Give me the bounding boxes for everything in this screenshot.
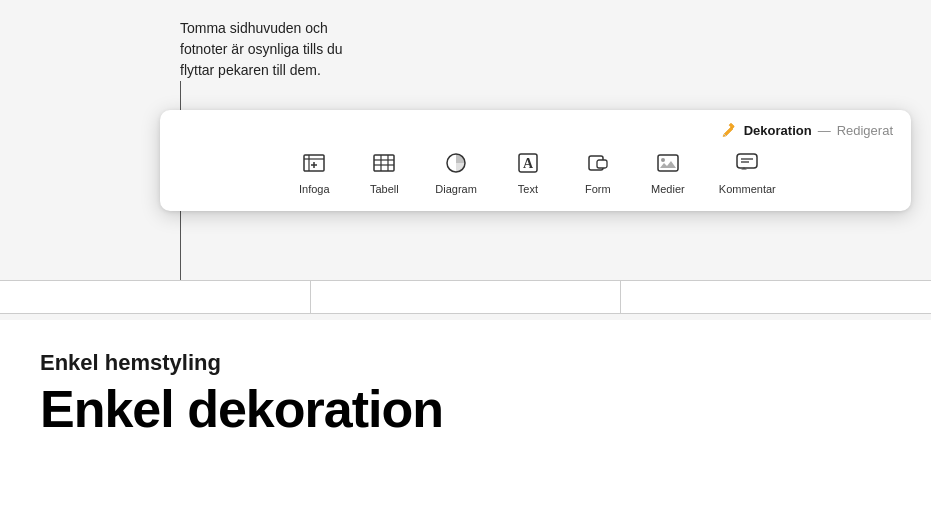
diagram-label: Diagram: [435, 183, 477, 195]
diagram-icon: [443, 150, 469, 180]
infoga-icon: [301, 150, 327, 180]
tabell-label: Tabell: [370, 183, 399, 195]
toolbar-item-infoga[interactable]: Infoga: [279, 144, 349, 201]
toolbar-items: Infoga Tabell: [160, 144, 911, 201]
svg-rect-15: [597, 160, 607, 168]
svg-rect-16: [658, 155, 678, 171]
col-cell-left: [0, 281, 311, 313]
toolbar-popup: Dekoration — Redigerat Infoga: [160, 110, 911, 211]
toolbar-item-kommentar[interactable]: Kommentar: [703, 144, 792, 201]
tooltip-area: Tomma sidhuvuden och fotnoter är osynlig…: [0, 0, 931, 81]
svg-rect-6: [374, 155, 394, 171]
svg-rect-18: [737, 154, 757, 168]
toolbar-separator: —: [818, 123, 831, 138]
content-main-title: Enkel dekoration: [40, 382, 891, 437]
pencil-icon: [722, 122, 738, 138]
svg-text:A: A: [523, 156, 534, 171]
columns-row: [0, 280, 931, 314]
toolbar-item-text[interactable]: A Text: [493, 144, 563, 201]
form-label: Form: [585, 183, 611, 195]
kommentar-label: Kommentar: [719, 183, 776, 195]
toolbar-edited-label: Redigerat: [837, 123, 893, 138]
form-icon: [585, 150, 611, 180]
infoga-label: Infoga: [299, 183, 330, 195]
tabell-icon: [371, 150, 397, 180]
toolbar-header: Dekoration — Redigerat: [160, 118, 911, 144]
medier-icon: [655, 150, 681, 180]
toolbar-item-diagram[interactable]: Diagram: [419, 144, 493, 201]
content-subtitle: Enkel hemstyling: [40, 350, 891, 376]
toolbar-item-medier[interactable]: Medier: [633, 144, 703, 201]
svg-point-17: [661, 158, 665, 162]
col-cell-right: [621, 281, 931, 313]
toolbar-item-form[interactable]: Form: [563, 144, 633, 201]
text-icon: A: [515, 150, 541, 180]
content-area: Enkel hemstyling Enkel dekoration: [0, 320, 931, 532]
toolbar-item-tabell[interactable]: Tabell: [349, 144, 419, 201]
text-label: Text: [518, 183, 538, 195]
toolbar-title: Dekoration: [744, 123, 812, 138]
kommentar-icon: [734, 150, 760, 180]
tooltip-text: Tomma sidhuvuden och fotnoter är osynlig…: [180, 18, 500, 81]
medier-label: Medier: [651, 183, 685, 195]
col-cell-center: [311, 281, 622, 313]
